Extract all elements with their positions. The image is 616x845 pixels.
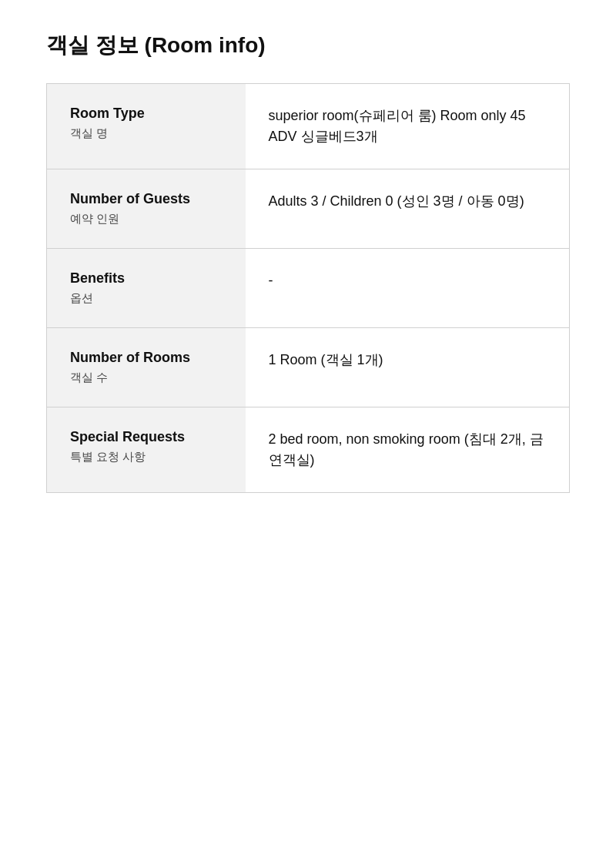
table-row: Number of Guests예약 인원Adults 3 / Children…	[47, 169, 570, 249]
label-sub: 예약 인원	[70, 212, 223, 226]
label-main: Special Requests	[70, 429, 223, 445]
label-main: Number of Guests	[70, 191, 223, 207]
label-main: Benefits	[70, 270, 223, 287]
label-cell-1: Number of Guests예약 인원	[47, 169, 246, 249]
value-cell-2: -	[246, 249, 570, 328]
label-cell-2: Benefits옵션	[47, 249, 246, 328]
value-cell-4: 2 bed room, non smoking room (침대 2개, 금연객…	[246, 407, 570, 493]
label-cell-0: Room Type객실 명	[47, 84, 246, 169]
room-info-table: Room Type객실 명superior room(슈페리어 룸) Room …	[46, 83, 570, 493]
table-row: Benefits옵션-	[47, 249, 570, 328]
table-row: Special Requests특별 요청 사항2 bed room, non …	[47, 407, 570, 493]
value-cell-0: superior room(슈페리어 룸) Room only 45 ADV 싱…	[246, 84, 570, 169]
label-sub: 옵션	[70, 291, 223, 306]
label-sub: 객실 명	[70, 126, 223, 141]
label-main: Room Type	[70, 106, 223, 122]
label-cell-3: Number of Rooms객실 수	[47, 328, 246, 407]
table-row: Number of Rooms객실 수1 Room (객실 1개)	[47, 328, 570, 407]
label-sub: 특별 요청 사항	[70, 450, 223, 464]
label-sub: 객실 수	[70, 371, 223, 385]
table-row: Room Type객실 명superior room(슈페리어 룸) Room …	[47, 84, 570, 169]
label-cell-4: Special Requests특별 요청 사항	[47, 407, 246, 493]
page-title: 객실 정보 (Room info)	[46, 31, 570, 60]
value-cell-1: Adults 3 / Children 0 (성인 3명 / 아동 0명)	[246, 169, 570, 249]
label-main: Number of Rooms	[70, 350, 223, 366]
value-cell-3: 1 Room (객실 1개)	[246, 328, 570, 407]
